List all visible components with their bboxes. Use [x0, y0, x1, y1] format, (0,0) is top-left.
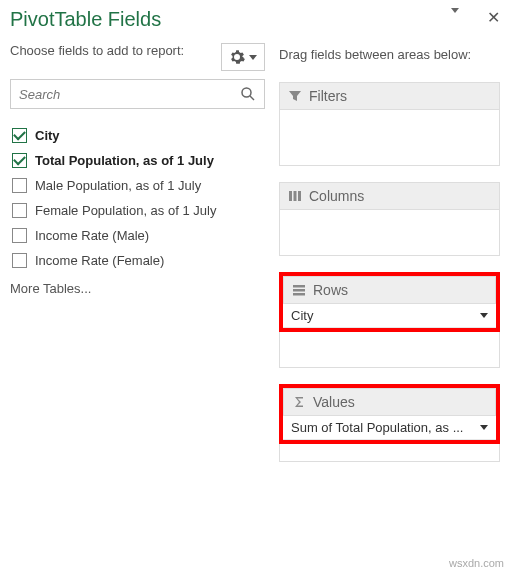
more-tables-link[interactable]: More Tables... [10, 281, 265, 296]
pane-title: PivotTable Fields [10, 8, 265, 31]
columns-area[interactable]: Columns [279, 182, 500, 256]
pivot-fields-pane: PivotTable Fields Choose fields to add t… [0, 0, 514, 575]
svg-point-0 [242, 88, 251, 97]
rows-label: Rows [313, 282, 348, 298]
search-box[interactable] [10, 79, 265, 109]
field-item[interactable]: Total Population, as of 1 July [10, 148, 265, 173]
rows-item[interactable]: City [283, 304, 496, 328]
field-item[interactable]: City [10, 123, 265, 148]
subhead-row: Choose fields to add to report: [10, 43, 265, 71]
columns-label: Columns [309, 188, 364, 204]
highlight-box: Values Sum of Total Population, as ... [279, 384, 500, 444]
rows-area[interactable]: Rows City [279, 272, 500, 368]
columns-icon [288, 189, 302, 203]
values-dropzone[interactable] [279, 444, 500, 462]
right-panel: ✕ Drag fields between areas below: Filte… [275, 0, 514, 575]
chevron-down-icon[interactable] [480, 313, 488, 318]
filters-dropzone[interactable] [279, 110, 500, 166]
field-list: City Total Population, as of 1 July Male… [10, 123, 265, 273]
field-label: Total Population, as of 1 July [35, 153, 214, 168]
checkbox-unchecked-icon[interactable] [12, 178, 27, 193]
svg-line-1 [250, 96, 254, 100]
field-item[interactable]: Male Population, as of 1 July [10, 173, 265, 198]
highlight-box: Rows City [279, 272, 500, 332]
gear-icon [229, 49, 245, 65]
drag-instructions: Drag fields between areas below: [279, 47, 500, 62]
values-label: Values [313, 394, 355, 410]
watermark: wsxdn.com [449, 557, 504, 569]
svg-rect-6 [293, 289, 305, 292]
values-header: Values [283, 388, 496, 416]
svg-rect-7 [293, 293, 305, 296]
svg-rect-5 [293, 285, 305, 288]
svg-rect-4 [298, 191, 301, 201]
rows-header: Rows [283, 276, 496, 304]
checkbox-unchecked-icon[interactable] [12, 203, 27, 218]
values-area[interactable]: Values Sum of Total Population, as ... [279, 384, 500, 462]
filters-area[interactable]: Filters [279, 82, 500, 166]
field-item[interactable]: Income Rate (Male) [10, 223, 265, 248]
close-button[interactable]: ✕ [487, 8, 500, 27]
sigma-icon [292, 395, 306, 409]
rows-item-label: City [291, 308, 313, 323]
columns-header: Columns [279, 182, 500, 210]
checkbox-checked-icon[interactable] [12, 128, 27, 143]
pane-menu-button[interactable] [451, 8, 459, 13]
columns-dropzone[interactable] [279, 210, 500, 256]
checkbox-checked-icon[interactable] [12, 153, 27, 168]
chevron-down-icon[interactable] [480, 425, 488, 430]
values-item-label: Sum of Total Population, as ... [291, 420, 463, 435]
field-list-options-button[interactable] [221, 43, 265, 71]
filter-icon [288, 89, 302, 103]
field-label: City [35, 128, 60, 143]
field-label: Income Rate (Female) [35, 253, 164, 268]
values-item[interactable]: Sum of Total Population, as ... [283, 416, 496, 440]
search-icon [240, 86, 256, 102]
chevron-down-icon [249, 55, 257, 60]
svg-rect-2 [289, 191, 292, 201]
left-panel: PivotTable Fields Choose fields to add t… [0, 0, 275, 575]
checkbox-unchecked-icon[interactable] [12, 253, 27, 268]
filters-label: Filters [309, 88, 347, 104]
search-input[interactable] [19, 87, 240, 102]
checkbox-unchecked-icon[interactable] [12, 228, 27, 243]
rows-icon [292, 283, 306, 297]
pane-controls: ✕ [279, 8, 500, 27]
field-item[interactable]: Income Rate (Female) [10, 248, 265, 273]
field-item[interactable]: Female Population, as of 1 July [10, 198, 265, 223]
rows-dropzone[interactable] [279, 332, 500, 368]
field-label: Income Rate (Male) [35, 228, 149, 243]
choose-fields-label: Choose fields to add to report: [10, 43, 184, 60]
field-label: Female Population, as of 1 July [35, 203, 216, 218]
filters-header: Filters [279, 82, 500, 110]
svg-rect-3 [294, 191, 297, 201]
field-label: Male Population, as of 1 July [35, 178, 201, 193]
